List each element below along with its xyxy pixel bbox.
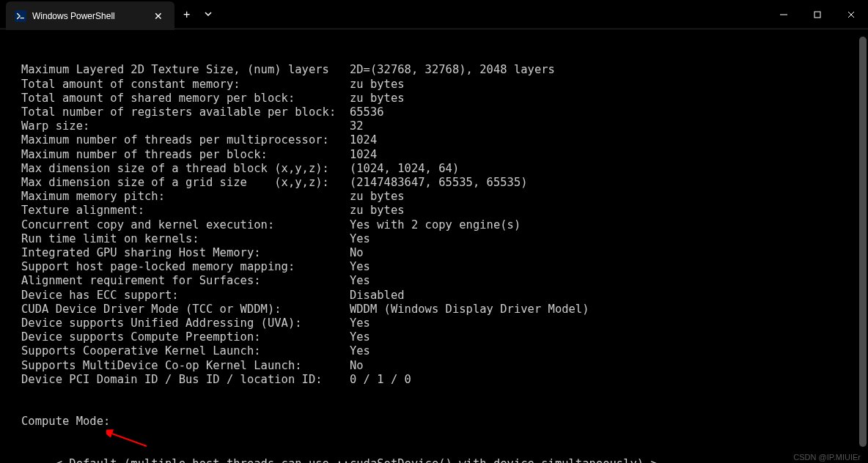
tab-dropdown-button[interactable] [199, 10, 218, 19]
tab-powershell[interactable]: Windows PowerShell ✕ [6, 1, 174, 30]
svg-line-4 [112, 434, 147, 446]
new-tab-button[interactable]: + [174, 8, 199, 21]
output-line: Total number of registers available per … [7, 105, 861, 119]
window-controls [767, 0, 868, 29]
output-line: Run time limit on kernels: Yes [7, 232, 861, 246]
output-line: Concurrent copy and kernel execution: Ye… [7, 218, 861, 232]
output-line: Texture alignment: zu bytes [7, 204, 861, 218]
titlebar-left: Windows PowerShell ✕ + [0, 0, 218, 29]
output-line: Support host page-locked memory mapping:… [7, 260, 861, 274]
output-line: Device supports Unified Addressing (UVA)… [7, 316, 861, 330]
svg-rect-2 [814, 12, 820, 18]
output-line: Device has ECC support: Disabled [7, 289, 861, 303]
terminal-output[interactable]: Maximum Layered 2D Texture Size, (num) l… [0, 29, 868, 463]
watermark: CSDN @IP.MIUIEr [793, 453, 861, 462]
output-line: Maximum number of threads per multiproce… [7, 133, 861, 147]
output-line: Warp size: 32 [7, 119, 861, 133]
tab-title: Windows PowerShell [32, 11, 145, 21]
output-line: Total amount of shared memory per block:… [7, 92, 861, 105]
titlebar: Windows PowerShell ✕ + [0, 0, 868, 29]
scrollbar-thumb[interactable] [859, 37, 867, 447]
scrollbar[interactable] [859, 29, 867, 454]
output-line: Supports Cooperative Kernel Launch: Yes [7, 344, 861, 358]
output-line: Device supports Compute Preemption: Yes [7, 330, 861, 344]
output-line: CUDA Device Driver Mode (TCC or WDDM): W… [7, 303, 861, 316]
tab-close-button[interactable]: ✕ [151, 9, 166, 23]
output-line: Maximum memory pitch: zu bytes [7, 190, 861, 204]
output-line: Maximum number of threads per block: 102… [7, 148, 861, 162]
minimize-button[interactable] [767, 0, 801, 29]
output-line: Alignment requirement for Surfaces: Yes [7, 274, 861, 288]
output-line: Device PCI Domain ID / Bus ID / location… [7, 373, 861, 387]
output-line: Integrated GPU sharing Host Memory: No [7, 246, 861, 260]
output-line: < Default (multiple host threads can use… [7, 457, 861, 463]
output-line: Total amount of constant memory: zu byte… [7, 78, 861, 92]
powershell-icon [15, 10, 26, 22]
annotation-arrow-icon [106, 428, 150, 450]
output-line: Compute Mode: [7, 415, 861, 429]
output-line: Supports MultiDevice Co-op Kernel Launch… [7, 359, 861, 373]
output-line: Maximum Layered 2D Texture Size, (num) l… [7, 63, 861, 77]
close-button[interactable] [834, 0, 868, 29]
maximize-button[interactable] [801, 0, 834, 29]
output-line: Max dimension size of a grid size (x,y,z… [7, 176, 861, 190]
output-line: Max dimension size of a thread block (x,… [7, 162, 861, 176]
